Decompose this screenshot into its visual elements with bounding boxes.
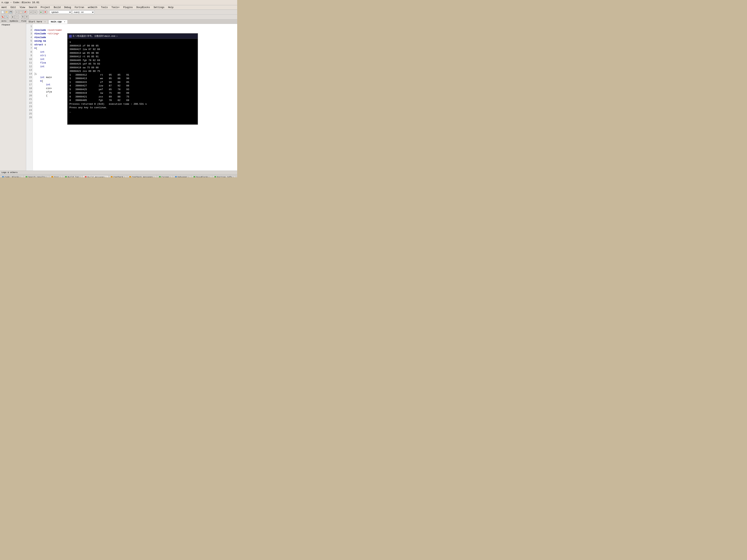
term-line-0: s bbox=[70, 40, 196, 44]
main-layout: ects Symbols Files rkspace Start here × … bbox=[0, 20, 237, 170]
tab-dot-10 bbox=[214, 176, 216, 177]
stop-btn[interactable]: ■ bbox=[43, 10, 47, 14]
toolbar-2: 🔖 🔍 ⚙ → S C bbox=[0, 15, 237, 20]
menu-item-build[interactable]: Build bbox=[53, 6, 61, 9]
copy-btn[interactable]: 📋 bbox=[19, 10, 23, 14]
menu-item-edit[interactable]: Edit bbox=[10, 6, 17, 9]
line-numbers: 1234 5678 9101112 13141516 17181920 2122… bbox=[26, 24, 33, 170]
tab-close-5[interactable]: × bbox=[124, 176, 125, 177]
bottom-tab-debugger[interactable]: Debugger× bbox=[173, 176, 191, 177]
tab-start-here[interactable]: Start here × bbox=[26, 20, 48, 24]
tab-close-0[interactable]: × bbox=[20, 176, 21, 177]
bottom-tab-cppcheck-messages[interactable]: CppCheck messages× bbox=[127, 176, 157, 177]
tab-close-7[interactable]: × bbox=[170, 176, 171, 177]
menu-item-doxyblocks[interactable]: DoxyBlocks bbox=[136, 6, 151, 9]
menu-item-fortran[interactable]: Fortran bbox=[74, 6, 85, 9]
term-cursor-line: _ bbox=[70, 110, 196, 113]
sep4 bbox=[48, 10, 49, 14]
step-btn[interactable]: → bbox=[15, 15, 19, 19]
menu-item-search[interactable]: Search bbox=[28, 6, 37, 9]
tab-dot-7 bbox=[159, 176, 161, 177]
bottom-tab-search-results[interactable]: Search results× bbox=[24, 176, 49, 177]
menu-item-tools[interactable]: Tools bbox=[100, 6, 108, 9]
tab-close-9[interactable]: × bbox=[209, 176, 210, 177]
sep2 bbox=[28, 10, 28, 14]
zoom-out-btn[interactable]: C bbox=[25, 15, 29, 19]
bottom-tab-fortran-info[interactable]: Fortran info× bbox=[212, 176, 236, 177]
term-line-4: 39060412 rt 95 85 91 bbox=[70, 55, 196, 59]
tab-label-3: Build log bbox=[68, 176, 79, 177]
function-combo[interactable]: main() : int bbox=[72, 10, 95, 14]
tab-label-6: CppCheck messages bbox=[132, 176, 153, 177]
menu-item-view[interactable]: View bbox=[19, 6, 26, 9]
term-line-15: 6 39060421 zxx 89 88 75 bbox=[70, 95, 196, 99]
tab-dot-9 bbox=[194, 176, 195, 177]
menu-item-project[interactable]: Project bbox=[40, 6, 51, 9]
tab-close-8[interactable]: × bbox=[188, 176, 189, 177]
undo-btn[interactable]: ↩ bbox=[29, 10, 33, 14]
menu-item-wxsmith[interactable]: wxSmith bbox=[87, 6, 98, 9]
bookmark-btn[interactable]: 🔖 bbox=[1, 15, 4, 19]
bottom-tab-cccc[interactable]: Cccc× bbox=[49, 176, 63, 177]
tab-dot-0 bbox=[2, 176, 4, 177]
term-line-11: 1 39060415 zf 98 88 85 bbox=[70, 80, 196, 84]
terminal-window[interactable]: E:\考试题目\学号, 分数排列\main.exe ▷ s 39060415 z… bbox=[67, 33, 198, 125]
code-editor: 1234 5678 9101112 13141516 17181920 2122… bbox=[26, 24, 237, 170]
tab-label-8: Debugger bbox=[178, 176, 187, 177]
menu-item-help[interactable]: Help bbox=[167, 6, 174, 9]
paste-btn[interactable]: 📌 bbox=[23, 10, 27, 14]
cut-btn[interactable]: ✂ bbox=[15, 10, 19, 14]
tab-close-10[interactable]: × bbox=[233, 176, 234, 177]
bottom-tab-build-log[interactable]: Build log× bbox=[63, 176, 82, 177]
tab-label-0: Code::Blocks bbox=[5, 176, 20, 177]
term-line-8: 39060421 zxx 89 88 75 bbox=[70, 70, 196, 73]
bottom-tab-build-messages[interactable]: Build messages× bbox=[83, 176, 108, 177]
search-btn[interactable]: 🔍 bbox=[5, 15, 8, 19]
tab-dot-4 bbox=[85, 176, 87, 177]
term-line-10: 1 39060413 we 95 86 90 bbox=[70, 77, 196, 80]
term-line-17: Process returned 0 (0x0) execution time … bbox=[70, 102, 196, 106]
tab-close-3[interactable]: × bbox=[80, 176, 80, 177]
zoom-in-btn[interactable]: S bbox=[21, 15, 25, 19]
menu-item-debug[interactable]: Debug bbox=[63, 6, 72, 9]
sidebar-tab-symbols[interactable]: Symbols bbox=[8, 20, 20, 23]
tab-label-5: CppCheck bbox=[113, 176, 123, 177]
tab-dot-6 bbox=[129, 176, 131, 177]
tab-label-7: Cscope bbox=[161, 176, 169, 177]
bottom-tab-cppcheck[interactable]: CppCheck× bbox=[109, 176, 127, 177]
tab-close-6[interactable]: × bbox=[154, 176, 154, 177]
title-bar: n.cpp - Code::Blocks 16.01 bbox=[0, 0, 237, 5]
term-line-14: 6 39060419 sw 75 89 88 bbox=[70, 91, 196, 95]
tab-label-10: Fortran info bbox=[217, 176, 232, 177]
menu-item-ment[interactable]: ment bbox=[1, 6, 8, 9]
menu-item-tools-plus[interactable]: Tools+ bbox=[111, 6, 120, 9]
dbg-btn[interactable]: ⚙ bbox=[11, 15, 15, 19]
bottom-tab-doxyblocks[interactable]: DoxyBlocks× bbox=[191, 176, 212, 177]
sidebar-tab-projects[interactable]: ects bbox=[0, 20, 8, 23]
tab-dot-8 bbox=[175, 176, 177, 177]
bottom-tab-cscope[interactable]: Cscope× bbox=[157, 176, 173, 177]
open-btn[interactable]: 📂 bbox=[5, 10, 8, 14]
tab-main-cpp[interactable]: main.cpp × bbox=[48, 20, 68, 24]
tab-main-cpp-close[interactable]: × bbox=[64, 21, 65, 23]
tab-close-1[interactable]: × bbox=[46, 176, 47, 177]
terminal-icon bbox=[69, 35, 72, 37]
scope-combo[interactable]: <global> bbox=[49, 10, 72, 14]
editor-tab-bar: Start here × main.cpp × bbox=[26, 20, 237, 24]
redo-btn[interactable]: ↪ bbox=[33, 10, 37, 14]
tab-close-2[interactable]: × bbox=[60, 176, 61, 177]
toolbar-1: 📄 📂 💾 ✂ 📋 📌 ↩ ↪ ▶ ■ <global> main() : in… bbox=[0, 10, 237, 15]
bottom-tab-code::blocks[interactable]: Code::Blocks× bbox=[0, 176, 23, 177]
run-btn[interactable]: ▶ bbox=[39, 10, 43, 14]
tab-close-4[interactable]: × bbox=[105, 176, 106, 177]
new-btn[interactable]: 📄 bbox=[1, 10, 4, 14]
sidebar-workspace: rkspace bbox=[0, 23, 26, 27]
menu-item-settings[interactable]: Settings bbox=[153, 6, 165, 9]
menu-item-plugins[interactable]: Plugins bbox=[123, 6, 133, 9]
editor-area: Start here × main.cpp × 1234 5678 910111… bbox=[26, 20, 237, 170]
term-line-1: 39060415 zf 98 88 85 bbox=[70, 44, 196, 48]
tab-label-1: Search results bbox=[28, 176, 45, 177]
tab-dot-1 bbox=[26, 176, 27, 177]
save-btn[interactable]: 💾 bbox=[9, 10, 13, 14]
tab-start-here-close[interactable]: × bbox=[45, 21, 46, 23]
